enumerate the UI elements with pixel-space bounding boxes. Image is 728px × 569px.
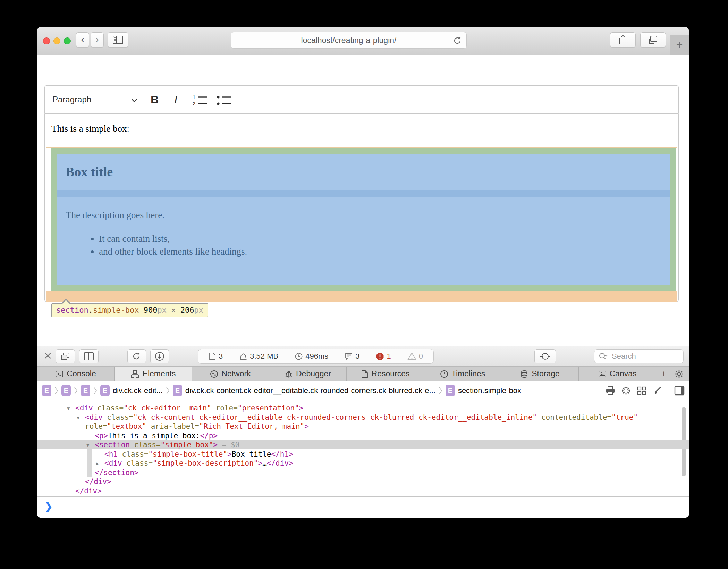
element-badge: E <box>100 385 110 396</box>
tooltip-text: section.simple-box 900px × 206px <box>56 306 203 314</box>
details-sidebar-icon[interactable] <box>674 386 685 396</box>
dom-node-source: </div> <box>75 486 102 495</box>
bold-button[interactable]: B <box>151 86 159 113</box>
badge-clock[interactable]: 496ms <box>295 352 328 361</box>
list-item[interactable]: and other block elements like headings. <box>99 245 247 258</box>
simple-box-padding-overlay[interactable]: Box title The description goes here. It … <box>51 148 676 291</box>
clock-icon <box>295 352 303 360</box>
dom-node[interactable]: ▶<div class="simple-box-description">…</… <box>37 459 689 468</box>
dom-node[interactable]: </section> <box>37 468 689 477</box>
inner-margin-band <box>57 190 670 197</box>
tab-debugger[interactable]: Debugger <box>269 367 347 381</box>
resource-summary-pill: 33.52 MB496ms310 <box>198 349 434 364</box>
badge-warning[interactable]: 0 <box>407 352 423 361</box>
console-prompt-row[interactable]: ❯ <box>37 496 689 518</box>
devtools-toolbar: 33.52 MB496ms310 Search <box>37 346 689 367</box>
dock-side-button[interactable] <box>79 349 99 363</box>
back-button[interactable]: ‹ <box>76 32 89 48</box>
breadcrumb-item[interactable]: Ediv.ck.ck-content.ck-editor__editable.c… <box>173 385 435 396</box>
badge-error[interactable]: 1 <box>376 352 391 361</box>
bulleted-list-button[interactable] <box>216 94 232 107</box>
tab-canvas[interactable]: Canvas <box>579 367 656 381</box>
dom-node[interactable]: <h1 class="simple-box-title">Box title</… <box>37 450 689 459</box>
breadcrumb-item[interactable]: E <box>81 385 90 396</box>
breadcrumb-action-icons <box>606 381 685 400</box>
zoom-window-button[interactable] <box>64 37 71 44</box>
intro-paragraph[interactable]: This is a simple box: <box>51 124 129 134</box>
breadcrumb-item[interactable]: Ediv.ck.ck-edit... <box>100 385 163 396</box>
url-address-field[interactable]: localhost/creating-a-plugin/ <box>231 32 467 49</box>
add-tab-button[interactable]: + <box>656 367 671 381</box>
breadcrumb-separator-icon <box>54 386 58 396</box>
tab-label: Canvas <box>610 369 637 379</box>
dom-node[interactable]: <p>This is a simple box:</p> <box>37 431 689 440</box>
error-icon <box>376 352 384 360</box>
expanded-arrow-icon[interactable]: ▼ <box>77 413 79 422</box>
dom-node-source: <div class="ck ck-content ck-editor__edi… <box>85 413 638 422</box>
dom-node[interactable]: </div> <box>37 486 689 495</box>
sidebar-toggle-button[interactable] <box>108 32 128 48</box>
badge-bubble[interactable]: 3 <box>345 352 359 361</box>
expanded-arrow-icon[interactable]: ▼ <box>67 404 70 413</box>
tab-overview-button[interactable] <box>640 32 666 48</box>
new-tab-button[interactable]: + <box>670 35 689 55</box>
badge-document[interactable]: 3 <box>209 352 223 361</box>
document-icon <box>209 352 216 360</box>
simple-box-title[interactable]: Box title <box>66 164 113 179</box>
breadcrumb-item[interactable]: E <box>61 385 71 396</box>
numbered-list-button[interactable]: 12 <box>192 94 208 107</box>
breadcrumb-item[interactable]: E <box>42 385 51 396</box>
simple-box-description[interactable]: The description goes here. <box>66 210 164 221</box>
minimize-window-button[interactable] <box>53 37 60 44</box>
reload-icon[interactable] <box>453 36 462 45</box>
dom-node[interactable]: ▼<div class="ck ck-content ck-editor__ed… <box>37 413 689 422</box>
network-icon <box>210 370 218 378</box>
close-window-button[interactable] <box>43 37 50 44</box>
badge-weight[interactable]: 3.52 MB <box>239 352 278 361</box>
chevron-down-icon[interactable] <box>131 98 138 103</box>
detach-icon <box>60 352 70 361</box>
download-icon <box>154 351 165 362</box>
devtools-settings-button[interactable] <box>671 367 687 381</box>
print-icon[interactable] <box>606 386 615 396</box>
dom-node-source: <section class="simple-box"> = $0 <box>95 440 239 449</box>
breadcrumb-item[interactable]: Esection.simple-box <box>446 385 521 396</box>
bubble-icon <box>345 352 353 360</box>
tab-timelines[interactable]: Timelines <box>424 367 501 381</box>
console-icon <box>55 370 64 378</box>
close-devtools-button[interactable] <box>43 351 52 360</box>
dom-node-selected[interactable]: ▼<section class="simple-box"> = $0 <box>37 440 689 449</box>
element-badge: E <box>81 385 90 396</box>
forward-button[interactable]: › <box>91 32 104 48</box>
tab-storage[interactable]: Storage <box>501 367 579 381</box>
element-dimensions-tooltip: section.simple-box 900px × 206px <box>51 303 208 317</box>
list-item[interactable]: It can contain lists, <box>99 232 247 245</box>
badge-value: 3.52 MB <box>250 352 278 361</box>
dom-node[interactable]: </div> <box>37 477 689 486</box>
download-button[interactable] <box>150 349 169 363</box>
devtools-reload-button[interactable] <box>127 349 146 363</box>
dom-node[interactable]: role="textbox" aria-label="Rich Text Edi… <box>37 422 689 431</box>
simple-box-bullet-list[interactable]: It can contain lists, and other block el… <box>92 232 247 258</box>
code-brackets-icon[interactable] <box>621 386 631 396</box>
breadcrumb-separator-icon <box>74 386 78 396</box>
tab-resources[interactable]: Resources <box>347 367 424 381</box>
tab-network[interactable]: Network <box>192 367 269 381</box>
breadcrumb-label: section.simple-box <box>458 386 521 395</box>
collapsed-arrow-icon[interactable]: ▶ <box>96 459 99 468</box>
share-button[interactable] <box>610 32 636 48</box>
expanded-arrow-icon[interactable]: ▼ <box>86 441 89 450</box>
editor-toolbar: Paragraph B I 12 <box>44 85 679 114</box>
dom-node-source: <div class="ck ck-editor__main" role="pr… <box>75 404 304 413</box>
paintbrush-icon[interactable] <box>652 386 662 396</box>
element-picker-button[interactable] <box>534 349 556 363</box>
grid-layout-icon[interactable] <box>637 386 646 396</box>
tab-elements[interactable]: Elements <box>115 367 192 381</box>
italic-button[interactable]: I <box>174 86 178 113</box>
devtools-search-input[interactable]: Search <box>594 349 684 363</box>
paragraph-dropdown[interactable]: Paragraph <box>52 86 91 113</box>
dom-node-source: <p>This is a simple box:</p> <box>95 431 218 440</box>
tab-console[interactable]: Console <box>37 367 115 381</box>
detach-devtools-button[interactable] <box>56 349 75 363</box>
dom-node[interactable]: ▼<div class="ck ck-editor__main" role="p… <box>37 404 689 413</box>
